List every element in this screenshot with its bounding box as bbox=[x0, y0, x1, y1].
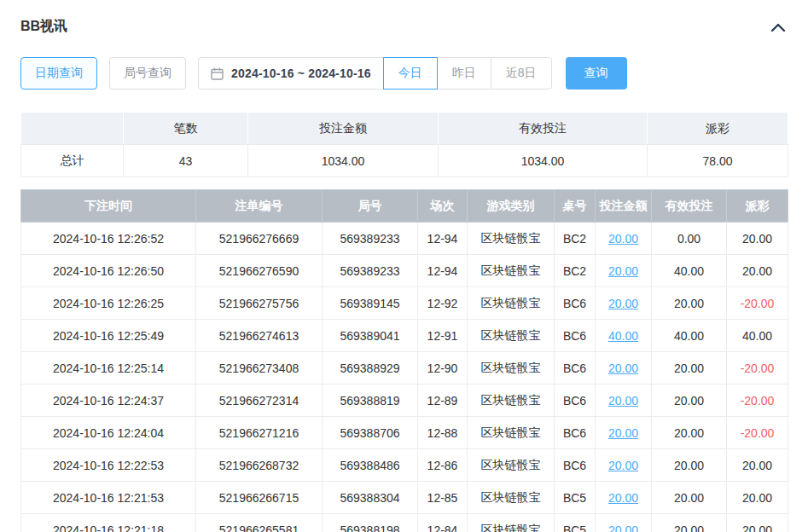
collapse-button[interactable] bbox=[769, 20, 788, 34]
cell-round-id: 569389145 bbox=[323, 287, 418, 320]
cell-bet-time: 2024-10-16 12:26:50 bbox=[21, 255, 196, 287]
cell-bet-amount: 20.00 bbox=[596, 223, 652, 255]
column-header: 局号 bbox=[323, 190, 418, 223]
cell-bet-time: 2024-10-16 12:26:52 bbox=[21, 223, 196, 255]
round-query-tab[interactable]: 局号查询 bbox=[109, 57, 186, 90]
search-button[interactable]: 查询 bbox=[566, 57, 627, 90]
cell-bet-id: 521966276590 bbox=[196, 255, 323, 287]
cell-bet-amount: 20.00 bbox=[596, 255, 652, 287]
cell-bet-amount: 20.00 bbox=[596, 449, 652, 482]
cell-round-id: 569388929 bbox=[323, 352, 418, 385]
cell-game-type: 区块链骰宝 bbox=[468, 352, 555, 385]
cell-valid-bet: 20.00 bbox=[652, 514, 727, 532]
cell-payout: 20.00 bbox=[727, 449, 788, 482]
bet-amount-link[interactable]: 20.00 bbox=[608, 361, 638, 375]
bet-amount-link[interactable]: 20.00 bbox=[608, 523, 638, 532]
cell-round-id: 569388198 bbox=[323, 514, 418, 532]
cell-valid-bet: 20.00 bbox=[652, 449, 727, 482]
bet-amount-link[interactable]: 20.00 bbox=[608, 297, 638, 310]
summary-total-valid-bet: 1034.00 bbox=[439, 145, 648, 177]
table-row: 2024-10-16 12:21:53521966266715569388304… bbox=[21, 482, 788, 514]
summary-total-payout: 78.00 bbox=[648, 145, 788, 177]
column-header: 游戏类别 bbox=[468, 190, 555, 223]
summary-total-label: 总计 bbox=[21, 145, 124, 177]
cell-session: 12-88 bbox=[418, 417, 468, 449]
cell-bet-time: 2024-10-16 12:26:25 bbox=[21, 287, 196, 320]
cell-payout: -20.00 bbox=[727, 287, 788, 320]
bb-video-panel: BB视讯 日期查询 局号查询 2024-10-16 ~ 2024-10-16 今… bbox=[0, 0, 808, 532]
filter-bar: 日期查询 局号查询 2024-10-16 ~ 2024-10-16 今日 昨日 … bbox=[20, 57, 788, 90]
cell-table-no: BC6 bbox=[555, 417, 596, 449]
cell-bet-amount: 20.00 bbox=[596, 287, 652, 320]
summary-header-row: 笔数 投注金额 有效投注 派彩 bbox=[21, 113, 788, 145]
column-header: 下注时间 bbox=[21, 190, 196, 223]
date-range-value: 2024-10-16 ~ 2024-10-16 bbox=[231, 66, 371, 80]
cell-bet-id: 521966275756 bbox=[196, 287, 323, 320]
panel-header: BB视讯 bbox=[20, 0, 788, 36]
bets-table-body: 2024-10-16 12:26:52521966276669569389233… bbox=[21, 223, 788, 532]
bet-amount-link[interactable]: 20.00 bbox=[608, 459, 638, 472]
bet-amount-link[interactable]: 20.00 bbox=[608, 232, 638, 246]
yesterday-button[interactable]: 昨日 bbox=[437, 57, 491, 90]
cell-payout: 20.00 bbox=[727, 223, 788, 255]
summary-header-empty bbox=[21, 113, 124, 145]
cell-bet-id: 521966274613 bbox=[196, 320, 323, 352]
cell-bet-id: 521966268732 bbox=[196, 449, 323, 482]
table-row: 2024-10-16 12:26:25521966275756569389145… bbox=[21, 287, 788, 320]
cell-valid-bet: 20.00 bbox=[652, 482, 727, 514]
bet-amount-link[interactable]: 20.00 bbox=[608, 426, 638, 440]
cell-payout: -20.00 bbox=[727, 352, 788, 385]
table-row: 2024-10-16 12:26:52521966276669569389233… bbox=[21, 223, 788, 255]
bet-amount-link[interactable]: 20.00 bbox=[608, 491, 638, 505]
today-button[interactable]: 今日 bbox=[383, 57, 438, 90]
summary-table: 笔数 投注金额 有效投注 派彩 总计 43 1034.00 1034.00 78… bbox=[20, 112, 788, 177]
cell-session: 12-91 bbox=[418, 320, 468, 352]
last-8-days-button[interactable]: 近8日 bbox=[491, 57, 552, 90]
cell-table-no: BC6 bbox=[555, 449, 596, 482]
cell-bet-time: 2024-10-16 12:24:04 bbox=[21, 417, 196, 449]
cell-table-no: BC5 bbox=[555, 482, 596, 514]
cell-round-id: 569388304 bbox=[323, 482, 418, 514]
bets-table-header-row: 下注时间注单编号局号场次游戏类别桌号投注金额有效投注派彩 bbox=[21, 190, 788, 223]
summary-header-bet-amount: 投注金额 bbox=[248, 113, 439, 145]
date-query-tab[interactable]: 日期查询 bbox=[20, 57, 97, 90]
cell-bet-amount: 20.00 bbox=[596, 352, 652, 385]
cell-bet-amount: 20.00 bbox=[596, 385, 652, 417]
column-header: 注单编号 bbox=[196, 190, 323, 223]
cell-payout: 20.00 bbox=[727, 482, 788, 514]
cell-bet-id: 521966271216 bbox=[196, 417, 323, 449]
cell-table-no: BC2 bbox=[555, 255, 596, 287]
cell-game-type: 区块链骰宝 bbox=[468, 449, 555, 482]
cell-payout: 20.00 bbox=[727, 255, 788, 287]
table-row: 2024-10-16 12:26:50521966276590569389233… bbox=[21, 255, 788, 287]
cell-valid-bet: 0.00 bbox=[652, 223, 727, 255]
column-header: 桌号 bbox=[555, 190, 596, 223]
table-row: 2024-10-16 12:21:18521966265581569388198… bbox=[21, 514, 788, 532]
cell-table-no: BC6 bbox=[555, 352, 596, 385]
cell-valid-bet: 40.00 bbox=[652, 320, 727, 352]
cell-bet-amount: 20.00 bbox=[596, 514, 652, 532]
cell-session: 12-92 bbox=[418, 287, 468, 320]
cell-round-id: 569388819 bbox=[323, 385, 418, 417]
cell-round-id: 569389233 bbox=[323, 255, 418, 287]
bet-amount-link[interactable]: 40.00 bbox=[608, 329, 638, 343]
bet-amount-link[interactable]: 20.00 bbox=[608, 264, 638, 278]
cell-valid-bet: 40.00 bbox=[652, 255, 727, 287]
cell-payout: 40.00 bbox=[727, 320, 788, 352]
summary-header-valid-bet: 有效投注 bbox=[439, 113, 648, 145]
cell-bet-time: 2024-10-16 12:21:18 bbox=[21, 514, 196, 532]
summary-header-payout: 派彩 bbox=[648, 113, 788, 145]
date-filter-group: 2024-10-16 ~ 2024-10-16 今日 昨日 近8日 bbox=[198, 57, 552, 90]
cell-session: 12-94 bbox=[418, 255, 468, 287]
date-range-picker[interactable]: 2024-10-16 ~ 2024-10-16 bbox=[198, 57, 384, 90]
cell-session: 12-84 bbox=[418, 514, 468, 532]
bet-amount-link[interactable]: 20.00 bbox=[608, 394, 638, 408]
cell-game-type: 区块链骰宝 bbox=[468, 223, 555, 255]
table-row: 2024-10-16 12:22:53521966268732569388486… bbox=[21, 449, 788, 482]
cell-round-id: 569389041 bbox=[323, 320, 418, 352]
page-title: BB视讯 bbox=[20, 18, 67, 36]
cell-bet-time: 2024-10-16 12:25:14 bbox=[21, 352, 196, 385]
table-row: 2024-10-16 12:25:14521966273408569388929… bbox=[21, 352, 788, 385]
table-row: 2024-10-16 12:24:37521966272314569388819… bbox=[21, 385, 788, 417]
cell-bet-amount: 20.00 bbox=[596, 417, 652, 449]
